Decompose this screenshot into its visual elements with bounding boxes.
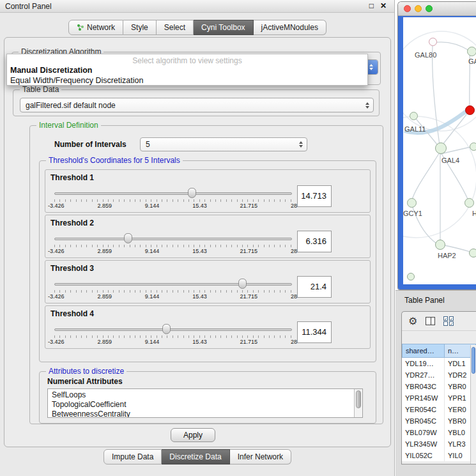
threshold-1-value-field[interactable]: 14.713	[297, 185, 332, 207]
threshold-4-panel: Threshold 4 -3.4262.8599.14415.4321.7152…	[45, 305, 371, 349]
slider-thumb[interactable]	[124, 233, 132, 243]
tick-label: 28	[291, 339, 297, 345]
column-header-shared-name[interactable]: shared…	[402, 344, 445, 358]
tick-label: 15.43	[192, 248, 207, 254]
close-traffic-light-icon[interactable]	[404, 5, 411, 12]
list-item[interactable]: SelfLoops	[48, 389, 362, 400]
threshold-4-slider[interactable]	[54, 324, 292, 335]
threshold-2-value-field[interactable]: 6.316	[297, 231, 332, 252]
columns-icon[interactable]	[426, 317, 435, 325]
tab-select[interactable]: Select	[157, 20, 194, 35]
network-node[interactable]	[464, 198, 474, 208]
table-scrollbar[interactable]	[470, 345, 476, 464]
tab-label: Discretize Data	[169, 452, 221, 461]
close-icon[interactable]: ✕	[380, 1, 387, 10]
network-node[interactable]	[435, 240, 445, 250]
table-data-combobox[interactable]: galFiltered.sif default node	[20, 98, 374, 112]
threshold-label: Threshold 3	[50, 264, 94, 273]
tab-discretize-data[interactable]: Discretize Data	[162, 449, 229, 464]
list-scrollbar[interactable]	[354, 389, 362, 417]
table-row[interactable]: YDL19…YDL1	[402, 358, 476, 369]
network-node[interactable]	[407, 273, 415, 280]
menu-item-equal-width-frequency[interactable]: Equal Width/Frequency Discretization	[10, 76, 143, 85]
slider-tick-labels: -3.4262.8599.14415.4321.71528	[48, 203, 297, 209]
threshold-3-slider[interactable]	[54, 279, 292, 289]
network-node[interactable]	[435, 142, 447, 154]
slider-thumb[interactable]	[238, 279, 247, 289]
network-node[interactable]	[469, 249, 476, 257]
network-node[interactable]	[467, 47, 476, 56]
slider-track[interactable]	[54, 192, 292, 195]
group-title: Attributes to discretize	[46, 367, 127, 376]
gear-icon[interactable]: ⚙	[408, 316, 417, 326]
float-window-icon[interactable]: □	[369, 1, 374, 10]
list-item[interactable]: BetweennessCentrality	[48, 410, 362, 418]
zoom-traffic-light-icon[interactable]	[426, 5, 433, 12]
number-of-intervals-combobox[interactable]: 5	[140, 137, 307, 151]
tick-label: 21.715	[240, 248, 258, 254]
threshold-2-panel: Threshold 2 -3.4262.8599.14415.4321.7152…	[45, 215, 371, 258]
tick-label: 21.715	[240, 203, 258, 209]
node-label: H	[472, 210, 476, 217]
minimize-traffic-light-icon[interactable]	[415, 5, 422, 12]
table-row[interactable]: YDR27…YDR2	[402, 369, 476, 381]
slider-thumb[interactable]	[162, 324, 171, 334]
window-title: Control Panel	[5, 2, 52, 11]
table-row[interactable]: YBR043CYBR0	[402, 381, 476, 392]
tab-impute-data[interactable]: Impute Data	[104, 449, 162, 464]
threshold-3-value-field[interactable]: 21.4	[297, 276, 332, 298]
network-node-selected[interactable]	[465, 105, 475, 115]
threshold-2-slider[interactable]	[54, 233, 292, 244]
tick-label: -3.426	[48, 248, 65, 254]
threshold-1-slider[interactable]	[54, 188, 292, 199]
cell: YDL19…	[402, 358, 445, 369]
combo-arrow-icon[interactable]	[295, 138, 307, 151]
network-node[interactable]	[429, 38, 437, 46]
network-node[interactable]	[407, 198, 417, 208]
network-node[interactable]	[470, 142, 476, 151]
threshold-3-panel: Threshold 3 -3.4262.8599.14415.4321.7152…	[45, 260, 371, 303]
list-item[interactable]: TopologicalCoefficient	[48, 400, 362, 410]
tab-label: Network	[87, 23, 115, 32]
select-columns-icon[interactable]	[443, 316, 454, 326]
tab-infer-network[interactable]: Infer Network	[230, 449, 291, 464]
group-title: Interval Definition	[36, 121, 101, 130]
threshold-4-value-field[interactable]: 11.344	[297, 321, 332, 343]
tab-style[interactable]: Style	[123, 20, 157, 35]
apply-button[interactable]: Apply	[171, 428, 215, 442]
network-node[interactable]	[410, 112, 418, 120]
slider-track[interactable]	[54, 328, 292, 331]
slider-track[interactable]	[54, 238, 292, 240]
cell: YBR043C	[402, 381, 445, 392]
table-row[interactable]: YIL052CYIL0	[402, 450, 476, 461]
scrollbar-thumb[interactable]	[356, 390, 361, 408]
number-of-intervals-label: Number of Intervals	[54, 140, 127, 149]
tick-label: 15.43	[192, 293, 207, 300]
network-canvas[interactable]: GAL80 GA GAL11 GAL4 GCY1 H HAP2	[403, 17, 476, 284]
combo-arrow-icon[interactable]	[362, 98, 373, 112]
table-row[interactable]: YER054CYER0	[402, 404, 476, 415]
slider-thumb[interactable]	[188, 188, 196, 198]
menu-item-manual-discretization[interactable]: Manual Discretization	[10, 66, 93, 75]
scrollbar-thumb[interactable]	[472, 347, 475, 374]
slider-tick-labels: -3.4262.8599.14415.4321.71528	[48, 293, 297, 300]
tab-cyni-toolbox[interactable]: Cyni Toolbox	[194, 20, 253, 35]
control-panel-window: Control Panel □ ✕ Network Style Select C…	[0, 0, 395, 476]
tick-label: -3.426	[48, 339, 65, 345]
tick-label: 9.144	[145, 203, 160, 209]
tab-label: Cyni Toolbox	[201, 23, 245, 32]
slider-track[interactable]	[54, 283, 292, 286]
table-row[interactable]: YLR345WYLR3	[402, 438, 476, 450]
table-data-group: Table Data galFiltered.sif default node	[13, 89, 380, 116]
table-toolbar: ⚙	[402, 312, 476, 331]
tab-network[interactable]: Network	[68, 20, 123, 35]
interval-definition-group: Interval Definition Number of Intervals …	[29, 125, 383, 424]
combo-value: 5	[141, 138, 295, 151]
table-row[interactable]: YBL079WYBL0	[402, 427, 476, 438]
table-row[interactable]: YBR045CYBR0	[402, 415, 476, 427]
tab-label: Select	[164, 23, 185, 32]
table-row[interactable]: YPR145WYPR1	[402, 392, 476, 404]
thresholds-group: Threshold's Coordinates for 5 Intervals …	[39, 160, 376, 362]
tab-jactivemnodules[interactable]: jActiveMNodules	[254, 20, 326, 35]
top-tab-bar: Network Style Select Cyni Toolbox jActiv…	[0, 20, 395, 35]
